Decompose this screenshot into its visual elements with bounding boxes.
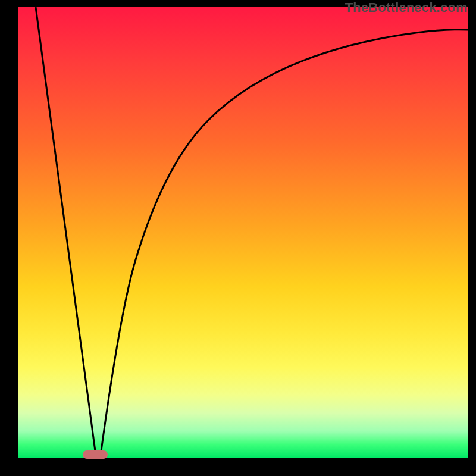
watermark-text: TheBottleneck.com [345, 0, 468, 15]
curve-left-descent [36, 7, 95, 451]
chart-frame: TheBottleneck.com [0, 0, 476, 476]
bottleneck-marker [83, 450, 108, 459]
bottleneck-curve [18, 7, 468, 458]
plot-area [18, 7, 468, 458]
curve-right-rise [101, 30, 468, 451]
